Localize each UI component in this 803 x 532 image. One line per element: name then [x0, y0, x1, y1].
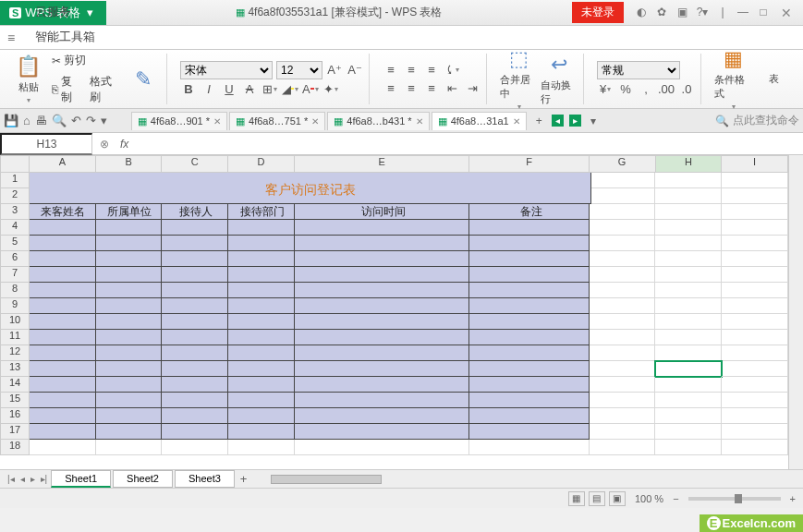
sheet-tab-0[interactable]: Sheet1: [51, 470, 111, 488]
cell-F10[interactable]: [469, 314, 590, 330]
cell-C8[interactable]: [162, 283, 228, 298]
cell-E11[interactable]: [295, 330, 469, 345]
minimize-button[interactable]: —: [736, 6, 749, 20]
cell-D4[interactable]: [228, 220, 295, 236]
cell-I17[interactable]: [722, 424, 788, 440]
row-header-2[interactable]: 2: [0, 188, 30, 204]
cell-B9[interactable]: [96, 298, 163, 314]
cell-D18[interactable]: [228, 440, 295, 455]
cell-G1[interactable]: [590, 173, 656, 188]
cell-F12[interactable]: [469, 345, 590, 361]
decrease-font-button[interactable]: A⁻: [347, 62, 363, 79]
cell-I4[interactable]: [722, 220, 788, 236]
cell-A10[interactable]: [30, 314, 96, 330]
col-header-F[interactable]: F: [469, 155, 590, 173]
zoom-value[interactable]: 100 %: [635, 493, 663, 504]
doc-tab-0[interactable]: ▦4f6a8…901 *✕: [131, 112, 227, 130]
cell-G15[interactable]: [590, 393, 656, 408]
row-header-6[interactable]: 6: [0, 251, 30, 267]
print-icon[interactable]: 🖶: [35, 114, 47, 127]
cell-C4[interactable]: [162, 220, 228, 236]
increase-font-button[interactable]: A⁺: [326, 62, 343, 79]
select-all-corner[interactable]: [0, 155, 30, 173]
cell-H7[interactable]: [655, 267, 722, 283]
close-tab-icon[interactable]: ✕: [213, 116, 221, 127]
cell-F17[interactable]: [469, 424, 590, 440]
cell-B13[interactable]: [96, 361, 163, 377]
skin-icon[interactable]: ▣: [675, 6, 688, 20]
cell-D16[interactable]: [228, 408, 295, 424]
home-icon[interactable]: ⌂: [23, 114, 30, 127]
cell-E5[interactable]: [295, 236, 469, 251]
doc-tab-1[interactable]: ▦4f6a8…751 *✕: [229, 112, 325, 130]
align-bottom-button[interactable]: ≡: [423, 62, 440, 79]
strike-button[interactable]: A: [241, 81, 258, 98]
cell-D13[interactable]: [228, 361, 295, 377]
cell-G2[interactable]: [590, 188, 656, 204]
cell-I2[interactable]: [722, 188, 788, 204]
cell-B11[interactable]: [96, 330, 163, 345]
horizontal-scrollbar[interactable]: [271, 474, 797, 485]
row-header-8[interactable]: 8: [0, 283, 30, 298]
row-header-13[interactable]: 13: [0, 361, 30, 377]
row-header-3[interactable]: 3: [0, 204, 30, 220]
cell-I11[interactable]: [722, 330, 788, 345]
cell-F8[interactable]: [469, 283, 590, 298]
fill-color-button[interactable]: ◢: [282, 81, 298, 98]
underline-button[interactable]: U: [221, 81, 237, 98]
cell-H12[interactable]: [655, 345, 722, 361]
cell-D12[interactable]: [228, 345, 295, 361]
cell-G3[interactable]: [590, 204, 656, 220]
align-right-button[interactable]: ≡: [423, 80, 440, 97]
cell-E17[interactable]: [295, 424, 469, 440]
col-header-G[interactable]: G: [590, 155, 656, 173]
cell-C11[interactable]: [162, 330, 228, 345]
cell-A5[interactable]: [30, 236, 96, 251]
align-left-button[interactable]: ≡: [383, 80, 399, 97]
zoom-slider[interactable]: [688, 497, 781, 501]
cell-F16[interactable]: [469, 408, 590, 424]
cell-I5[interactable]: [722, 236, 788, 251]
cell-G8[interactable]: [590, 283, 656, 298]
paste-button[interactable]: 📋 粘贴: [11, 54, 45, 104]
cell-I6[interactable]: [722, 251, 788, 267]
cell-H6[interactable]: [655, 251, 722, 267]
cell-G13[interactable]: [590, 361, 656, 377]
row-header-18[interactable]: 18: [0, 440, 30, 455]
cell-I15[interactable]: [722, 393, 788, 408]
cell-H13[interactable]: [655, 361, 722, 377]
cell-H9[interactable]: [655, 298, 722, 314]
italic-button[interactable]: I: [201, 81, 217, 98]
align-middle-button[interactable]: ≡: [403, 62, 420, 79]
cell-E18[interactable]: [295, 440, 469, 455]
cell-C16[interactable]: [162, 408, 228, 424]
hamburger-icon[interactable]: ≡: [0, 27, 22, 49]
number-format-select[interactable]: 常规: [597, 61, 680, 79]
cell-F11[interactable]: [469, 330, 590, 345]
cell-A14[interactable]: [30, 377, 96, 393]
qat-dropdown[interactable]: ▾: [101, 114, 107, 127]
cell-H2[interactable]: [655, 188, 722, 204]
cell-F6[interactable]: [469, 251, 590, 267]
page-view-button[interactable]: ▤: [589, 491, 605, 506]
add-tab-button[interactable]: +: [532, 115, 546, 127]
cell-F5[interactable]: [469, 236, 590, 251]
cell-I8[interactable]: [722, 283, 788, 298]
font-size-select[interactable]: 12: [276, 61, 322, 79]
comma-button[interactable]: ,: [638, 81, 654, 98]
search-commands[interactable]: 🔍 点此查找命令: [715, 113, 799, 128]
cell-I7[interactable]: [722, 267, 788, 283]
cell-B8[interactable]: [96, 283, 163, 298]
sheet-tab-1[interactable]: Sheet2: [113, 470, 173, 488]
close-button[interactable]: ✕: [777, 6, 796, 20]
align-top-button[interactable]: ≡: [383, 62, 399, 79]
cell-E14[interactable]: [295, 377, 469, 393]
cell-A7[interactable]: [30, 267, 96, 283]
percent-button[interactable]: %: [617, 81, 634, 98]
dec-inc-button[interactable]: .00: [658, 81, 675, 98]
align-center-button[interactable]: ≡: [403, 80, 420, 97]
cell-H17[interactable]: [655, 424, 722, 440]
merge-center-button[interactable]: ⬚ 合并居中: [500, 47, 537, 111]
cell-C7[interactable]: [162, 267, 228, 283]
cell-D14[interactable]: [228, 377, 295, 393]
